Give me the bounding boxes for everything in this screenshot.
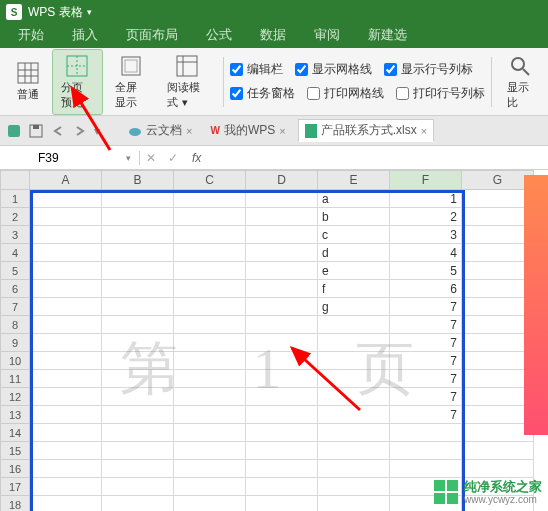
qa-dropdown-icon[interactable]: ▾ <box>94 124 100 138</box>
cell-A3[interactable] <box>30 226 102 244</box>
cell-F16[interactable] <box>390 460 462 478</box>
row-header-12[interactable]: 12 <box>0 388 30 406</box>
cell-D16[interactable] <box>246 460 318 478</box>
cell-C7[interactable] <box>174 298 246 316</box>
cell-F6[interactable]: 6 <box>390 280 462 298</box>
check-print-headings[interactable]: 打印行号列标 <box>396 85 485 103</box>
cell-B8[interactable] <box>102 316 174 334</box>
cell-C18[interactable] <box>174 496 246 511</box>
check-taskpane-box[interactable] <box>230 87 243 100</box>
cell-C17[interactable] <box>174 478 246 496</box>
zoom-button[interactable]: 显示比 <box>499 50 540 114</box>
row-header-7[interactable]: 7 <box>0 298 30 316</box>
cell-B7[interactable] <box>102 298 174 316</box>
cell-B14[interactable] <box>102 424 174 442</box>
check-editbar[interactable]: 编辑栏 <box>230 61 283 79</box>
check-editbar-box[interactable] <box>230 63 243 76</box>
cell-A12[interactable] <box>30 388 102 406</box>
cell-C4[interactable] <box>174 244 246 262</box>
row-header-18[interactable]: 18 <box>0 496 30 511</box>
cell-E1[interactable]: a <box>318 190 390 208</box>
cell-D15[interactable] <box>246 442 318 460</box>
row-header-17[interactable]: 17 <box>0 478 30 496</box>
cell-B6[interactable] <box>102 280 174 298</box>
cell-F9[interactable]: 7 <box>390 334 462 352</box>
row-header-8[interactable]: 8 <box>0 316 30 334</box>
tab-mywps-close-icon[interactable]: × <box>279 125 285 137</box>
menu-page-layout[interactable]: 页面布局 <box>112 22 192 48</box>
cell-D8[interactable] <box>246 316 318 334</box>
cell-E13[interactable] <box>318 406 390 424</box>
cell-A6[interactable] <box>30 280 102 298</box>
check-print-grid[interactable]: 打印网格线 <box>307 85 384 103</box>
cell-D18[interactable] <box>246 496 318 511</box>
cell-C15[interactable] <box>174 442 246 460</box>
cell-B5[interactable] <box>102 262 174 280</box>
cell-D10[interactable] <box>246 352 318 370</box>
cell-F1[interactable]: 1 <box>390 190 462 208</box>
col-header-E[interactable]: E <box>318 170 390 190</box>
cell-E7[interactable]: g <box>318 298 390 316</box>
view-read-mode-button[interactable]: 阅读模式 ▾ <box>159 50 214 114</box>
cell-C16[interactable] <box>174 460 246 478</box>
cell-A2[interactable] <box>30 208 102 226</box>
cell-G16[interactable] <box>462 460 534 478</box>
tab-file-close-icon[interactable]: × <box>421 125 427 137</box>
cell-F7[interactable]: 7 <box>390 298 462 316</box>
cell-E11[interactable] <box>318 370 390 388</box>
title-dropdown-icon[interactable]: ▾ <box>87 7 92 17</box>
row-header-1[interactable]: 1 <box>0 190 30 208</box>
cancel-icon[interactable]: ✕ <box>140 151 162 165</box>
view-normal-button[interactable]: 普通 <box>8 57 48 106</box>
cell-A18[interactable] <box>30 496 102 511</box>
cell-C1[interactable] <box>174 190 246 208</box>
row-header-3[interactable]: 3 <box>0 226 30 244</box>
cell-F13[interactable]: 7 <box>390 406 462 424</box>
cell-B17[interactable] <box>102 478 174 496</box>
col-header-B[interactable]: B <box>102 170 174 190</box>
cell-C12[interactable] <box>174 388 246 406</box>
cell-F3[interactable]: 3 <box>390 226 462 244</box>
menu-review[interactable]: 审阅 <box>300 22 354 48</box>
cell-E2[interactable]: b <box>318 208 390 226</box>
cell-A7[interactable] <box>30 298 102 316</box>
check-print-grid-box[interactable] <box>307 87 320 100</box>
cell-A11[interactable] <box>30 370 102 388</box>
cell-E8[interactable] <box>318 316 390 334</box>
cell-D3[interactable] <box>246 226 318 244</box>
cell-D13[interactable] <box>246 406 318 424</box>
cell-E4[interactable]: d <box>318 244 390 262</box>
cell-E10[interactable] <box>318 352 390 370</box>
cell-B2[interactable] <box>102 208 174 226</box>
cell-A9[interactable] <box>30 334 102 352</box>
cell-E6[interactable]: f <box>318 280 390 298</box>
row-header-15[interactable]: 15 <box>0 442 30 460</box>
col-header-A[interactable]: A <box>30 170 102 190</box>
cell-A5[interactable] <box>30 262 102 280</box>
cell-E15[interactable] <box>318 442 390 460</box>
cell-A14[interactable] <box>30 424 102 442</box>
name-box[interactable]: F39 ▾ <box>30 151 140 165</box>
cell-D17[interactable] <box>246 478 318 496</box>
row-header-13[interactable]: 13 <box>0 406 30 424</box>
menu-new[interactable]: 新建选 <box>354 22 421 48</box>
row-header-14[interactable]: 14 <box>0 424 30 442</box>
cell-D4[interactable] <box>246 244 318 262</box>
confirm-icon[interactable]: ✓ <box>162 151 184 165</box>
cell-F2[interactable]: 2 <box>390 208 462 226</box>
cell-D6[interactable] <box>246 280 318 298</box>
cell-D7[interactable] <box>246 298 318 316</box>
home-icon[interactable] <box>6 123 22 139</box>
view-fullscreen-button[interactable]: 全屏显示 <box>107 50 156 114</box>
check-print-headings-box[interactable] <box>396 87 409 100</box>
cell-E18[interactable] <box>318 496 390 511</box>
tab-cloud[interactable]: 云文档 × <box>122 120 198 141</box>
cell-E5[interactable]: e <box>318 262 390 280</box>
save-icon[interactable] <box>28 123 44 139</box>
cell-E3[interactable]: c <box>318 226 390 244</box>
check-gridlines-box[interactable] <box>295 63 308 76</box>
cell-B16[interactable] <box>102 460 174 478</box>
cell-B3[interactable] <box>102 226 174 244</box>
cell-F12[interactable]: 7 <box>390 388 462 406</box>
menu-insert[interactable]: 插入 <box>58 22 112 48</box>
